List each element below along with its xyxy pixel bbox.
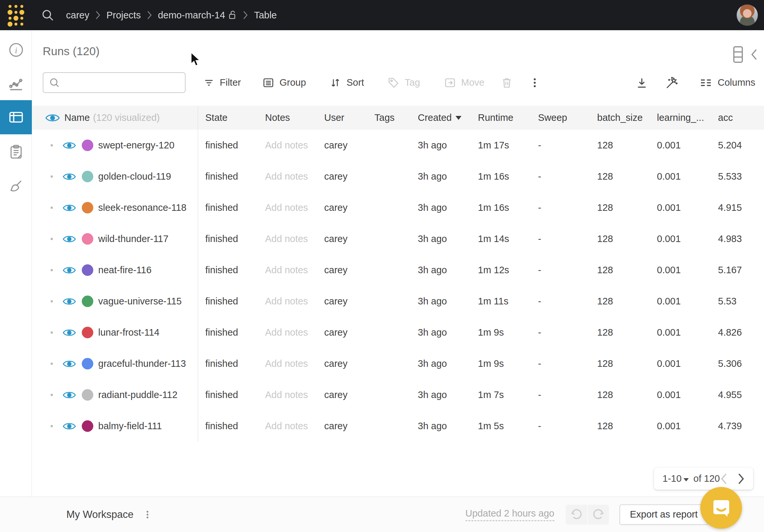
global-search-button[interactable] (38, 8, 58, 22)
run-notes-placeholder[interactable]: Add notes (258, 161, 317, 192)
visibility-eye-button[interactable] (63, 296, 76, 306)
sidebar-item-overview[interactable]: i (0, 33, 32, 67)
previous-page-button[interactable] (720, 473, 727, 484)
drag-handle[interactable] (51, 394, 53, 396)
run-name-link[interactable]: balmy-field-111 (98, 421, 162, 432)
redo-button[interactable] (587, 505, 609, 524)
run-notes-placeholder[interactable]: Add notes (258, 223, 317, 255)
column-header-sweep[interactable]: Sweep (531, 106, 590, 130)
group-button[interactable]: Group (263, 72, 306, 93)
table-row[interactable]: vague-universe-115 finished Add notes ca… (32, 286, 764, 317)
updated-timestamp[interactable]: Updated 2 hours ago (466, 508, 554, 521)
columns-button[interactable]: Columns (699, 72, 755, 93)
drag-handle[interactable] (51, 144, 53, 146)
visibility-eye-button[interactable] (63, 359, 76, 369)
drag-handle[interactable] (51, 300, 53, 302)
breadcrumb-project[interactable]: demo-march-14 (158, 10, 225, 21)
runs-panel: Runs (120) Filter Group Sort Tag M (32, 30, 764, 496)
filter-button[interactable]: Filter (203, 72, 241, 93)
table-row[interactable]: lunar-frost-114 finished Add notes carey… (32, 317, 764, 348)
run-notes-placeholder[interactable]: Add notes (258, 130, 317, 161)
drag-handle[interactable] (51, 331, 53, 334)
support-chat-button[interactable] (700, 487, 742, 529)
tag-button[interactable]: Tag (388, 72, 420, 93)
user-avatar[interactable] (736, 4, 758, 26)
visibility-eye-button[interactable] (63, 328, 76, 338)
undo-button[interactable] (566, 505, 587, 524)
visibility-eye-button[interactable] (63, 266, 76, 275)
table-row[interactable]: wild-thunder-117 finished Add notes care… (32, 223, 764, 255)
column-header-name[interactable]: Name (120 visualized) (32, 106, 198, 130)
eye-icon[interactable] (45, 113, 60, 123)
column-header-tags[interactable]: Tags (367, 106, 411, 130)
column-header-batch-size[interactable]: batch_size (590, 106, 650, 130)
table-row[interactable]: graceful-thunder-113 finished Add notes … (32, 348, 764, 379)
breadcrumb-page[interactable]: Table (254, 10, 277, 21)
sidebar-item-sweeps[interactable] (0, 169, 32, 204)
move-button[interactable]: Move (444, 72, 484, 93)
run-notes-placeholder[interactable]: Add notes (258, 348, 317, 379)
drag-handle[interactable] (51, 238, 53, 240)
collapse-chevron-icon[interactable] (750, 49, 758, 60)
run-name-link[interactable]: swept-energy-120 (98, 140, 174, 151)
run-name-link[interactable]: graceful-thunder-113 (98, 358, 186, 369)
drag-handle[interactable] (51, 363, 53, 365)
runs-search-input[interactable] (64, 78, 183, 88)
column-header-state[interactable]: State (198, 106, 258, 130)
visibility-eye-button[interactable] (63, 421, 76, 431)
drag-handle[interactable] (51, 425, 53, 427)
column-header-runtime[interactable]: Runtime (471, 106, 531, 130)
column-header-user[interactable]: User (317, 106, 367, 130)
drag-handle[interactable] (51, 269, 53, 271)
table-row[interactable]: neat-fire-116 finished Add notes carey 3… (32, 255, 764, 286)
next-page-button[interactable] (737, 473, 745, 484)
run-name-link[interactable]: vague-universe-115 (98, 296, 182, 307)
sidebar-item-logs[interactable] (0, 135, 32, 169)
run-notes-placeholder[interactable]: Add notes (258, 192, 317, 223)
runs-search-box[interactable] (43, 72, 186, 93)
visibility-eye-button[interactable] (63, 390, 76, 400)
table-row[interactable]: golden-cloud-119 finished Add notes care… (32, 161, 764, 192)
panel-layout-icon[interactable] (733, 46, 743, 63)
export-as-report-button[interactable]: Export as report (620, 504, 708, 525)
workspace-menu-button[interactable] (142, 508, 152, 521)
run-notes-placeholder[interactable]: Add notes (258, 317, 317, 348)
run-name-link[interactable]: sleek-resonance-118 (98, 202, 187, 213)
run-name-link[interactable]: neat-fire-116 (98, 265, 151, 275)
sidebar-item-runs-table[interactable] (0, 100, 32, 134)
workspace-title[interactable]: My Workspace (66, 509, 133, 520)
run-notes-placeholder[interactable]: Add notes (258, 379, 317, 411)
visibility-eye-button[interactable] (63, 234, 76, 244)
breadcrumb-entity[interactable]: carey (66, 10, 89, 21)
run-name-link[interactable]: lunar-frost-114 (98, 327, 159, 338)
column-header-acc[interactable]: acc (711, 106, 764, 130)
pagination-range[interactable]: 1-10 (663, 473, 681, 484)
drag-handle[interactable] (51, 207, 53, 209)
drag-handle[interactable] (51, 175, 53, 178)
column-header-created[interactable]: Created (411, 106, 471, 130)
pagination-dropdown-icon[interactable] (683, 478, 689, 481)
magic-wand-button[interactable] (665, 72, 679, 93)
column-header-notes[interactable]: Notes (258, 106, 317, 130)
visibility-eye-button[interactable] (63, 140, 76, 150)
column-header-learning-rate[interactable]: learning_... (650, 106, 711, 130)
table-row[interactable]: sleek-resonance-118 finished Add notes c… (32, 192, 764, 223)
visibility-eye-button[interactable] (63, 172, 76, 182)
run-name-link[interactable]: radiant-puddle-112 (98, 390, 177, 400)
table-row[interactable]: radiant-puddle-112 finished Add notes ca… (32, 379, 764, 411)
run-notes-placeholder[interactable]: Add notes (258, 255, 317, 286)
more-actions-button[interactable] (529, 72, 541, 93)
breadcrumb-projects[interactable]: Projects (106, 10, 141, 21)
run-notes-placeholder[interactable]: Add notes (258, 411, 317, 442)
run-name-link[interactable]: golden-cloud-119 (98, 171, 171, 182)
wandb-logo[interactable] (0, 0, 32, 30)
sidebar-item-workspace[interactable] (0, 67, 32, 101)
run-notes-placeholder[interactable]: Add notes (258, 286, 317, 317)
run-name-link[interactable]: wild-thunder-117 (98, 234, 168, 244)
table-row[interactable]: swept-energy-120 finished Add notes care… (32, 130, 764, 161)
delete-button[interactable] (501, 72, 513, 93)
visibility-eye-button[interactable] (63, 203, 76, 213)
table-row[interactable]: balmy-field-111 finished Add notes carey… (32, 411, 764, 442)
sort-button[interactable]: Sort (329, 72, 364, 93)
download-button[interactable] (635, 72, 649, 93)
